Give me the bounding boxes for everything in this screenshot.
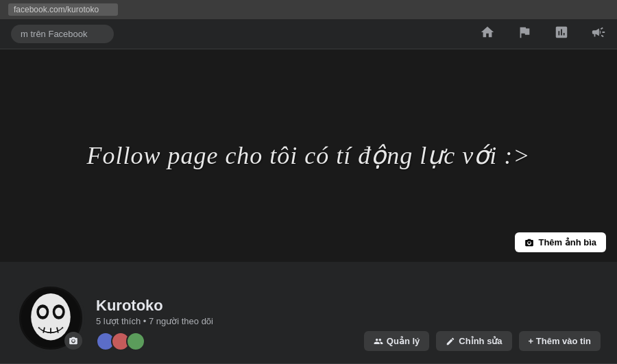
browser-bar: facebook.com/kurotoko: [0, 0, 617, 19]
avatar-wrapper: [16, 284, 85, 352]
nav-icons: [480, 25, 606, 43]
svg-point-4: [39, 308, 47, 317]
add-label: + Thêm vào tin: [529, 336, 591, 346]
flag-icon[interactable]: [517, 25, 532, 43]
cover-photo: Follow page cho tôi có tí động lực với :…: [0, 49, 617, 262]
add-cover-button[interactable]: Thêm ảnh bìa: [515, 232, 606, 252]
profile-section: Kurotoko 5 lượt thích • 7 người theo dõi…: [0, 262, 617, 364]
edit-label: Chỉnh sửa: [459, 336, 502, 346]
follower-avatar-3: [126, 332, 145, 351]
home-icon[interactable]: [480, 25, 495, 43]
add-cover-label: Thêm ảnh bìa: [538, 237, 596, 247]
url-bar[interactable]: facebook.com/kurotoko: [8, 3, 118, 16]
profile-name: Kurotoko: [96, 297, 364, 315]
megaphone-icon[interactable]: [591, 25, 606, 43]
search-input[interactable]: m trên Facebook: [11, 25, 114, 43]
followers-avatars: [96, 332, 364, 351]
facebook-navbar: m trên Facebook: [0, 19, 617, 49]
profile-stats: 5 lượt thích • 7 người theo dõi: [96, 316, 364, 326]
camera-small-icon: [69, 336, 78, 345]
manage-button[interactable]: Quản lý: [364, 331, 429, 351]
chart-icon[interactable]: [554, 25, 569, 43]
edit-button[interactable]: Chỉnh sửa: [436, 331, 511, 351]
avatar-camera-button[interactable]: [64, 332, 82, 350]
edit-icon: [446, 337, 455, 346]
camera-icon: [524, 238, 534, 247]
manage-label: Quản lý: [387, 336, 420, 346]
profile-actions: Quản lý Chỉnh sửa + Thêm vào tin: [364, 331, 601, 352]
cover-text: Follow page cho tôi có tí động lực với :…: [86, 141, 530, 170]
profile-info: Kurotoko 5 lượt thích • 7 người theo dõi: [96, 297, 364, 352]
manage-icon: [374, 337, 383, 346]
add-to-story-button[interactable]: + Thêm vào tin: [519, 331, 601, 351]
svg-point-5: [55, 308, 62, 317]
